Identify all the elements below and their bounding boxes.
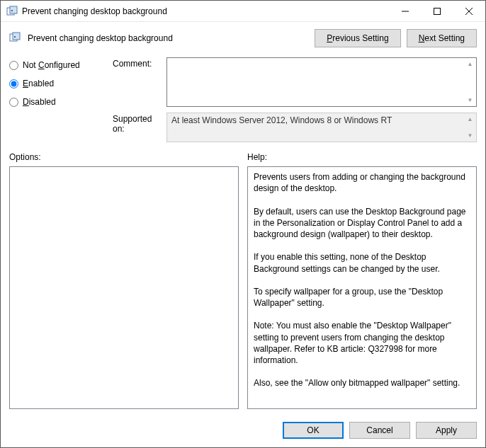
- radio-disabled-label: Disabled: [23, 97, 56, 107]
- policy-icon-large: [9, 32, 22, 45]
- minimize-button[interactable]: [389, 1, 421, 21]
- options-pane: [9, 166, 239, 409]
- radio-enabled[interactable]: Enabled: [9, 79, 108, 88]
- radio-disabled-input[interactable]: [9, 98, 18, 107]
- radio-disabled[interactable]: Disabled: [9, 97, 108, 107]
- supported-scrollbar: ▲ ▼: [464, 113, 476, 142]
- svg-rect-3: [434, 8, 440, 14]
- cancel-button[interactable]: Cancel: [349, 422, 410, 439]
- ok-button[interactable]: OK: [283, 422, 344, 439]
- scroll-down-icon: ▼: [464, 94, 476, 106]
- scroll-up-icon: ▲: [464, 58, 476, 70]
- window-controls: [389, 1, 485, 21]
- radio-not-configured-input[interactable]: [9, 61, 18, 70]
- svg-rect-7: [13, 33, 20, 40]
- next-text: ext Setting: [424, 33, 465, 43]
- options-label: Options:: [9, 152, 239, 162]
- help-label: Help:: [247, 152, 477, 162]
- footer: OK Cancel Apply: [1, 415, 485, 447]
- scroll-up-icon: ▲: [464, 113, 476, 125]
- upper-grid: Not Configured Enabled Disabled Comment:…: [1, 52, 485, 145]
- close-button[interactable]: [453, 1, 485, 21]
- scroll-down-icon: ▼: [464, 130, 476, 142]
- header-row: Prevent changing desktop background Prev…: [1, 22, 485, 52]
- next-setting-button[interactable]: Next Setting: [407, 29, 477, 47]
- maximize-button[interactable]: [421, 1, 453, 21]
- state-radios: Not Configured Enabled Disabled: [9, 57, 108, 107]
- svg-rect-1: [10, 6, 17, 13]
- comment-scrollbar[interactable]: ▲ ▼: [464, 58, 476, 106]
- lower-labels: Options: Help:: [1, 145, 485, 165]
- comment-input[interactable]: ▲ ▼: [166, 57, 477, 107]
- previous-setting-button[interactable]: Previous Setting: [315, 29, 400, 47]
- comment-label: Comment:: [113, 57, 162, 69]
- supported-label: Supported on:: [113, 113, 162, 134]
- window-title: Prevent changing desktop background: [22, 6, 389, 16]
- apply-button[interactable]: Apply: [416, 422, 477, 439]
- radio-enabled-label: Enabled: [23, 79, 54, 88]
- prev-text: revious Setting: [332, 33, 388, 43]
- supported-on-text: At least Windows Server 2012, Windows 8 …: [171, 115, 392, 125]
- supported-on-box: At least Windows Server 2012, Windows 8 …: [166, 113, 477, 142]
- next-mnemonic: N: [419, 33, 425, 43]
- lower-panes: Prevents users from adding or changing t…: [1, 165, 485, 415]
- radio-not-configured[interactable]: Not Configured: [9, 60, 108, 70]
- help-text: Prevents users from adding or changing t…: [254, 172, 468, 388]
- policy-title: Prevent changing desktop background: [28, 33, 309, 43]
- policy-icon: [6, 6, 18, 17]
- radio-not-configured-label: Not Configured: [23, 60, 80, 70]
- radio-enabled-input[interactable]: [9, 79, 18, 88]
- help-pane: Prevents users from adding or changing t…: [247, 166, 477, 409]
- titlebar: Prevent changing desktop background: [1, 1, 485, 22]
